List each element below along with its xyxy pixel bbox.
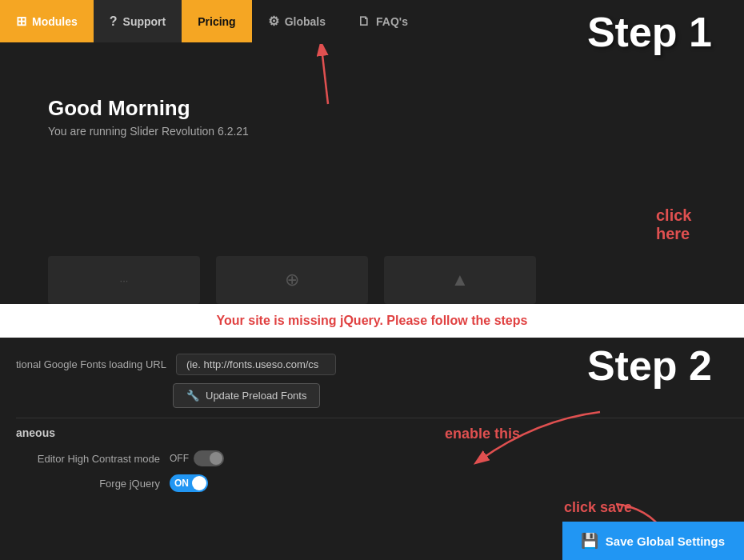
tab-support-label: Support [123, 15, 166, 28]
greeting-title: Good Morning [48, 96, 249, 121]
card-1: ··· [48, 256, 200, 304]
contrast-label: Editor High Contrast mode [16, 453, 160, 465]
card-3: ▲ [384, 256, 536, 304]
tab-pricing[interactable]: Pricing [182, 0, 251, 42]
faqs-icon: 🗋 [358, 14, 370, 29]
contrast-row: Editor High Contrast mode OFF [16, 450, 744, 466]
update-fonts-button[interactable]: 🔧 Update Preload Fonts [173, 383, 320, 408]
tab-modules-label: Modules [32, 15, 78, 28]
cards-row: ··· ⊕ ▲ [48, 256, 536, 304]
forge-jquery-pill[interactable]: ON [170, 474, 208, 492]
arrow-to-globals [296, 44, 360, 108]
svg-line-1 [322, 48, 328, 104]
forge-on-label: ON [174, 478, 189, 489]
save-global-button[interactable]: 💾 Save Global Settings [562, 522, 744, 560]
tab-faqs[interactable]: 🗋 FAQ's [342, 0, 424, 42]
click-here-text: click here [656, 206, 691, 243]
top-section: ⊞ Modules ? Support Pricing ⚙ Globals 🗋 … [0, 0, 744, 304]
arrow-enable [456, 404, 616, 476]
tab-faqs-label: FAQ's [376, 15, 408, 28]
update-fonts-label: Update Preload Fonts [206, 390, 306, 402]
tab-pricing-label: Pricing [198, 15, 235, 28]
greeting-sub: You are running Slider Revolution 6.2.21 [48, 125, 249, 138]
save-global-label: Save Global Settings [606, 534, 725, 548]
globals-icon: ⚙ [268, 14, 279, 29]
forge-jquery-row: Forge jQuery ON [16, 474, 744, 492]
tab-globals-label: Globals [285, 15, 326, 28]
wrench-icon: 🔧 [186, 390, 199, 402]
tab-modules[interactable]: ⊞ Modules [0, 0, 94, 42]
bottom-section: Step 2 tional Google Fonts loading URL (… [0, 338, 744, 560]
contrast-off-label: OFF [170, 453, 189, 464]
card-2: ⊕ [216, 256, 368, 304]
contrast-toggle-pill[interactable] [194, 450, 224, 466]
font-url-label: tional Google Fonts loading URL [16, 358, 166, 370]
greeting-area: Good Morning You are running Slider Revo… [48, 96, 249, 138]
save-icon: 💾 [582, 533, 598, 549]
misc-section-header: aneous [16, 426, 744, 439]
step1-label: Step 1 [587, 8, 712, 56]
forge-jquery-toggle[interactable]: ON [170, 474, 208, 492]
step2-label: Step 2 [587, 342, 712, 390]
tab-globals[interactable]: ⚙ Globals [252, 0, 342, 42]
contrast-toggle[interactable]: OFF [170, 450, 224, 466]
notice-text: Your site is missing jQuery. Please foll… [217, 314, 528, 328]
font-url-input[interactable]: (ie. http://fonts.useso.com/cs [176, 354, 336, 375]
modules-icon: ⊞ [16, 14, 26, 29]
support-icon: ? [110, 14, 118, 29]
tab-support[interactable]: ? Support [94, 0, 182, 42]
divider [16, 418, 744, 418]
forge-jquery-label: Forge jQuery [16, 478, 160, 490]
notice-bar: Your site is missing jQuery. Please foll… [0, 304, 744, 338]
